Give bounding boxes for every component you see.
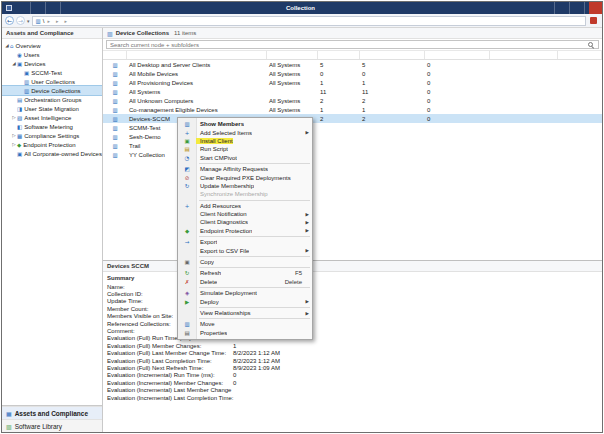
workspace-button[interactable]: ▥ Software Library [2,419,102,432]
search-input[interactable] [110,42,587,48]
table-row[interactable]: ▥ All Provisioning Devices All Systems 1… [103,78,602,87]
tree-item[interactable]: ⌂ Overview [2,41,102,50]
menu-item[interactable]: ↻ Refresh F5 ▶ [178,269,312,277]
menu-item[interactable]: ↻ Update Membership ▶ [178,182,312,190]
menu-item[interactable]: ▤ Run Script ▶ [178,145,312,153]
menu-item[interactable]: ▥ Show Members ▶ [178,120,312,128]
table-row[interactable]: ▥ All Mobile Devices All Systems 0 0 0 [103,69,602,78]
ribbon-tab[interactable] [570,2,585,14]
menu-item[interactable]: ▣ Copy ▶ [178,258,312,266]
column-header[interactable] [558,51,602,59]
table-row[interactable]: ▥ All Desktop and Server Clients All Sys… [103,60,602,69]
app-icon [6,5,12,11]
close-button[interactable] [589,2,602,14]
menu-item[interactable]: ◩ Manage Affinity Requests ▶ [178,165,312,173]
workspace-switcher: ▦ Assets and Compliance ▥ Software Libra… [2,405,102,432]
search-icon[interactable] [587,41,595,49]
cell-referenced-collections: 0 [425,71,490,77]
menu-item[interactable]: ▶ Deploy ▶ [178,297,312,305]
history-dropdown-icon[interactable]: ▾ [27,18,30,24]
table-row[interactable]: ▥ All Systems 11 11 0 [103,87,602,96]
ribbon-tab[interactable] [31,2,46,14]
cell-referenced-collections: 0 [425,107,490,113]
menu-item[interactable]: → Export ▶ [178,238,312,246]
column-header[interactable] [318,51,360,59]
menu-item[interactable]: + Add Resources ▶ [178,202,312,210]
menu-item-label: Delete [196,279,217,285]
submenu-arrow-icon: ▶ [306,130,309,135]
forward-button[interactable]: → [16,16,25,25]
column-header[interactable] [103,51,127,59]
tree-item[interactable]: ◉ Users [2,50,102,59]
menu-item[interactable]: + Add Selected Items ▶ [178,128,312,136]
menu-item[interactable]: ◈ Simulate Deployment ▶ [178,289,312,297]
back-button[interactable]: ← [5,16,14,25]
cell-limiting-collection: All Systems [267,62,318,68]
tree-item-label: User State Migration [24,106,79,112]
menu-item[interactable]: Client Notification ▶ [178,210,312,218]
tree-item[interactable]: ◆ Endpoint Protection [2,140,102,149]
cell-referenced-collections: 0 [425,98,490,104]
menu-item-icon: + [178,130,196,136]
tree-item[interactable]: ▥ Device Collections [2,86,102,95]
workspace-label: Assets and Compliance [15,410,88,417]
detail-field-value: 8/2/2023 1:12 AM [233,350,280,356]
tree-item[interactable]: ◨ User State Migration [2,104,102,113]
workspace-button[interactable]: ▦ Assets and Compliance [2,406,102,419]
tree-item-label: Orchestration Groups [24,97,81,103]
ribbon-tab[interactable] [46,2,61,14]
menu-item-icon: ◔ [178,155,196,161]
menu-item[interactable]: ◔ Start CMPivot ▶ [178,154,312,162]
tree-item[interactable]: ▦ Compliance Settings [2,131,102,140]
tree-item-label: Device Collections [31,88,80,94]
column-header[interactable] [360,51,425,59]
table-row[interactable]: ▥ All Unknown Computers All Systems 2 2 … [103,96,602,105]
detail-field: Evaluation (Incremental) Run Time (ms): … [107,372,598,379]
alert-icon[interactable] [590,17,597,24]
tree-item[interactable]: ◧ Software Metering [2,122,102,131]
cell-limiting-collection: All Systems [267,80,318,86]
breadcrumb-item[interactable] [61,18,70,24]
menu-item[interactable]: Synchronize Membership ▶ [178,190,312,198]
cell-name: All Provisioning Devices [127,80,267,86]
column-header[interactable] [127,51,267,59]
menu-item-label: Start CMPivot [196,155,237,161]
menu-item[interactable]: View Relationships ▶ [178,309,312,317]
menu-item[interactable]: ⊘ Clear Required PXE Deployments ▶ [178,173,312,181]
menu-item-label: Manage Affinity Requests [196,166,268,172]
menu-item-icon: ↻ [178,183,196,189]
menu-item[interactable]: ✗ Delete Delete ▶ [178,278,312,286]
menu-item[interactable]: ▣ Install Client ▶ [178,137,312,145]
ribbon-bar: Collection [2,2,602,14]
tree-item[interactable]: ▨ Asset Intelligence [2,113,102,122]
menu-item-icon: ▤ [178,146,196,152]
menu-item-label: Synchronize Membership [196,191,268,197]
tree-item[interactable]: ▣ All Corporate-owned Devices [2,149,102,158]
ribbon-tab[interactable] [555,2,570,14]
cell-member-count: 1 [318,107,360,113]
menu-item[interactable]: Client Diagnostics ▶ [178,218,312,226]
menu-item[interactable]: ▤ Properties ▶ [178,329,312,337]
cell-referenced-collections: 0 [425,80,490,86]
console-window: Collection ← → ▾ ▥ \ Assets and Complian… [1,1,603,433]
breadcrumb-item[interactable] [44,18,53,24]
breadcrumb-item[interactable] [53,18,62,24]
tree-item[interactable]: ▣ Devices [2,59,102,68]
ribbon-tab-collection[interactable]: Collection [279,2,322,14]
tree-item[interactable]: ▣ SCCM-Test [2,68,102,77]
row-icon: ▥ [103,125,127,131]
column-header[interactable] [425,51,490,59]
table-row[interactable]: ▥ Co-management Eligible Devices All Sys… [103,105,602,114]
cell-members-visible: 11 [360,89,425,95]
column-header[interactable] [490,51,558,59]
tree-item[interactable]: ▤ Orchestration Groups [2,95,102,104]
ribbon-tab[interactable] [540,2,555,14]
menu-item[interactable]: Export to CSV File ▶ [178,246,312,254]
menu-item[interactable]: ▥ Move ▶ [178,320,312,328]
cell-limiting-collection: All Systems [267,98,318,104]
tree-item[interactable]: ▥ User Collections [2,77,102,86]
menu-item[interactable]: ◆ Endpoint Protection ▶ [178,227,312,235]
node-icon: ▥ [36,18,41,24]
column-header[interactable] [267,51,318,59]
ribbon-tab[interactable] [16,2,31,14]
